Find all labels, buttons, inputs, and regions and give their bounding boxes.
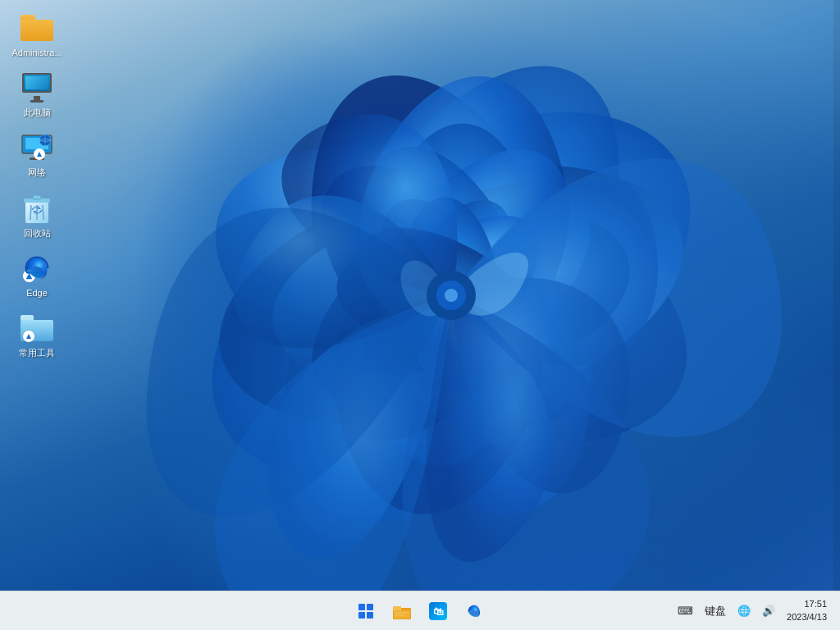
edge-taskbar-icon [465,602,483,620]
desktop-icon-computer[interactable]: 此电脑 [4,68,70,121]
computer-icon-image [21,71,53,104]
store-icon: 🛍 [429,602,447,620]
clock-time: 17:51 [804,598,827,610]
sound-icon[interactable]: 🔊 [759,603,778,619]
edge-icon-image [21,252,53,285]
file-explorer-icon [393,603,411,619]
win-logo-q2 [367,604,373,610]
clock-area[interactable]: 17:51 2023/4/13 [783,596,830,625]
win-logo-q3 [358,612,365,619]
svg-rect-39 [21,315,34,321]
desktop-icon-network[interactable]: 网络 [4,128,70,181]
administrator-label: Administra... [11,48,62,58]
monitor-screen [22,73,52,93]
folder-shape [21,15,53,41]
network-svg [21,132,52,163]
network-icon-image [21,131,53,164]
monitor-shape [21,73,53,103]
taskbar-center: 🛍 [349,595,491,628]
svg-point-20 [445,289,458,302]
folder-body [21,20,53,41]
svg-rect-45 [394,610,410,619]
windows-logo [358,604,373,619]
desktop-icons: Administra... 此电脑 [4,8,70,362]
desktop-icon-tools[interactable]: 常用工具 [4,308,70,362]
monitor-base [30,100,43,103]
win-logo-q1 [358,604,365,610]
desktop-icon-recycle[interactable]: 回收站 [4,189,70,242]
store-button[interactable]: 🛍 [422,595,454,628]
edge-taskbar-button[interactable] [458,595,491,628]
language-indicator[interactable]: 键盘 [701,602,729,620]
monitor-display [25,76,48,89]
tools-icon-image [21,312,53,345]
globe-icon[interactable]: 🌐 [734,603,754,619]
recycle-label: 回收站 [24,228,51,239]
svg-rect-33 [33,195,41,199]
edge-svg [21,253,52,284]
svg-line-34 [30,205,31,220]
tools-label: 常用工具 [19,348,55,358]
tools-folder-svg [21,313,53,343]
desktop-icon-edge[interactable]: Edge [4,249,70,302]
right-shadow [833,0,840,591]
recycle-svg [21,192,52,225]
taskbar-tray: ⌨ 键盘 🌐 🔊 17:51 2023/4/13 [674,596,840,625]
keyboard-icon[interactable]: ⌨ [674,603,696,619]
taskbar: 🛍 [0,591,840,630]
win-logo-q4 [367,612,373,619]
folder-icon-image [21,11,53,44]
file-explorer-button[interactable] [386,595,418,628]
clock-date: 2023/4/13 [787,611,827,623]
computer-label: 此电脑 [24,107,51,118]
desktop-icon-administrator[interactable]: Administra... [4,8,70,62]
start-button[interactable] [349,595,382,628]
desktop: Administra... 此电脑 [0,0,840,591]
network-label: 网络 [28,167,46,178]
svg-line-36 [43,205,43,220]
svg-text:🛍: 🛍 [433,605,444,618]
edge-label: Edge [26,288,48,299]
wallpaper-bloom [82,0,820,591]
recycle-icon-image [21,192,53,225]
